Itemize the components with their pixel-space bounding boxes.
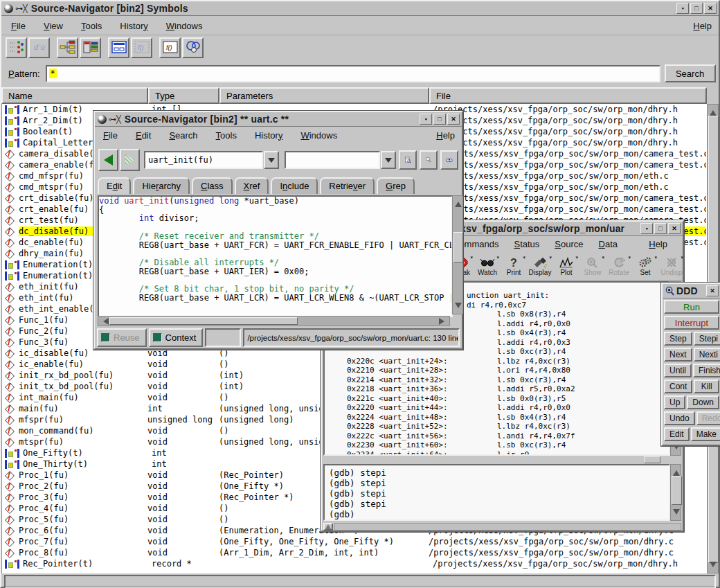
gdb-console[interactable]: (gdb) stepi(gdb) stepi(gdb) stepi(gdb) s… [323,464,670,521]
menu-windows[interactable]: Windows [300,130,337,141]
retriever-button[interactable] [440,150,458,170]
menu-tools[interactable]: Tools [81,21,102,31]
symbol-browser-button[interactable] [182,37,204,58]
print-tool[interactable]: ▾?Print [501,256,527,276]
menu-windows[interactable]: Windows [166,21,203,31]
watch-tool[interactable]: ▾Watch [474,256,501,276]
search-combo[interactable] [285,151,380,169]
edit-file-button[interactable] [399,150,417,170]
edit-button[interactable]: Edit [664,427,690,441]
class-browser-button[interactable] [80,37,101,58]
expand-status-icon[interactable] [323,523,333,531]
search-combo-arrow[interactable] [381,151,396,169]
nexti-button[interactable]: Nexti [694,348,720,362]
minimize-icon[interactable]: ▪ [420,114,432,125]
tab-include[interactable]: Include [271,177,318,194]
until-button[interactable]: Until [664,364,692,377]
maximize-icon[interactable]: □ [433,114,446,125]
maximize-icon[interactable]: □ [654,223,667,234]
project-window-button[interactable] [108,37,129,58]
make-button[interactable]: Make [691,427,720,441]
table-row[interactable]: Rec_Pointer(t)record */projects/xess/xsv… [2,558,708,569]
menu-help[interactable]: Help [693,21,712,31]
close-icon[interactable]: ✕ [706,285,719,296]
scroll-down-icon[interactable] [710,562,717,571]
menu-edit[interactable]: Edit [136,130,151,141]
forward-button[interactable] [120,149,140,171]
table-row[interactable]: Proc_8(fu)void(Arr_1_Dim, Arr_2_Dim, int… [2,547,708,558]
show-tool[interactable]: ▾Show [579,256,606,276]
menu-view[interactable]: View [44,21,63,31]
type-icon [5,460,19,469]
console-scrollbar[interactable] [670,464,681,521]
tab-edit[interactable]: Edit [98,177,131,194]
minimize-icon[interactable]: ▪ [676,3,689,14]
close-icon[interactable]: ✕ [704,3,717,14]
editor-vscrollbar[interactable] [452,195,463,314]
menu-history[interactable]: History [120,21,147,31]
reuse-toggle[interactable]: Reuse [97,328,147,347]
menu-help[interactable]: Help [649,239,667,249]
find-button[interactable]: .. [420,150,438,170]
minimize-icon[interactable]: ▪ [640,223,653,234]
column-header-parameters[interactable]: Parameters [219,87,429,104]
run-button[interactable]: Run [664,300,719,314]
interrupt-button[interactable]: Interrupt [664,316,719,330]
menu-data[interactable]: Data [599,239,618,249]
undo-button[interactable]: Undo [664,411,695,425]
next-button[interactable]: Next [664,348,692,362]
include-browser-button[interactable]: f() [159,37,181,58]
menu-source[interactable]: Source [555,239,583,249]
menu-search[interactable]: Search [169,130,197,141]
menu-history[interactable]: History [255,130,282,141]
tab-xref[interactable]: Xref [235,177,269,194]
tab-retriever[interactable]: Retriever [320,177,375,194]
undisp-tool[interactable]: ▾Undisp [658,256,685,276]
cont-button[interactable]: Cont [664,380,692,393]
tab-class[interactable]: Class [192,177,233,194]
retriever-button[interactable]: dˈo [28,37,50,58]
menu-status[interactable]: Status [514,239,539,249]
disassembly-line: 0x220c <uart_init+24>:l.lbz r4,0xc(r3) [325,357,669,366]
editor-hscrollbar[interactable] [98,316,450,326]
editor-titlebar[interactable]: ⊶╳ Source-Navigator [bin2] ** uart.c ** … [95,112,462,127]
close-icon[interactable]: ✕ [447,114,460,125]
column-header-type[interactable]: Type [148,87,219,104]
pattern-input[interactable]: * [46,65,660,82]
menu-file[interactable]: File [11,21,26,31]
rotate-tool[interactable]: ▾Rotate [606,256,632,276]
symbol-combo[interactable]: uart_init(fu) [144,151,263,169]
display-tool[interactable]: ▾Display [527,256,553,276]
hierarchy-browser-button[interactable] [57,37,78,58]
table-row[interactable]: Proc_7(fu)void(One_Fifty, One_Fifty, One… [2,536,708,547]
context-toggle[interactable]: Context [149,328,204,347]
menu-file[interactable]: File [103,130,118,141]
tab-hierarchy[interactable]: Hierarchy [133,177,190,194]
back-button[interactable] [98,149,118,171]
pane-sash[interactable] [323,456,681,463]
stepi-button[interactable]: Stepi [694,332,720,346]
column-header-name[interactable]: Name [1,87,148,104]
plot-tool[interactable]: ▾Plot [553,256,579,276]
search-button[interactable]: Search [665,64,716,82]
code-editor[interactable]: void uart_init(unsigned long *uart_base)… [98,195,453,317]
down-button[interactable]: Down [687,395,719,409]
step-button[interactable]: Step [664,332,692,346]
symbols-titlebar[interactable]: ⊶╳ Source-Navigator [bin2] Symbols ▪ □ ✕ [1,1,719,16]
kill-button[interactable]: Kill [694,380,719,393]
finish-button[interactable]: Finish [693,364,720,377]
set-tool[interactable]: ▾Set [632,256,658,276]
maximize-icon[interactable]: □ [690,3,703,14]
close-icon[interactable]: ✕ [668,223,681,234]
command-tool-titlebar[interactable]: DDD ✕ [663,284,720,299]
xref-browser-button[interactable] [6,37,27,58]
scroll-up-icon[interactable] [710,107,717,116]
redo-button[interactable]: Redo [696,411,720,425]
up-button[interactable]: Up [664,395,685,409]
column-header-file[interactable]: File [429,87,707,104]
menu-tools[interactable]: Tools [216,130,237,141]
tab-grep[interactable]: Grep [377,177,415,194]
grep-button[interactable]: f() [131,37,152,58]
menu-help[interactable]: Help [436,130,455,141]
symbol-combo-arrow[interactable] [264,151,279,169]
